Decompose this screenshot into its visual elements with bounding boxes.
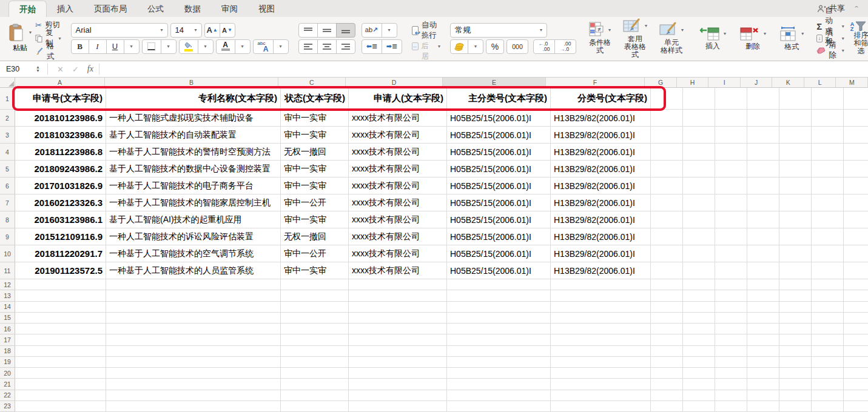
cell-L16[interactable] (812, 324, 844, 334)
cell-D17[interactable] (349, 334, 447, 345)
cell-A7[interactable]: 201602123326.3 (15, 194, 106, 211)
cell-H10[interactable] (683, 245, 715, 262)
cell-I11[interactable] (715, 262, 747, 279)
cell-G5[interactable] (651, 161, 683, 178)
cell-F12[interactable] (551, 279, 651, 290)
cell-M9[interactable] (844, 228, 868, 245)
cell-F9[interactable]: H13B29/82(2006.01)I (551, 228, 651, 245)
column-header-I[interactable]: I (708, 78, 741, 88)
cell-K9[interactable] (779, 228, 812, 245)
cell-I1[interactable] (715, 88, 747, 110)
row-header-16[interactable]: 16 (0, 324, 15, 334)
row-header-13[interactable]: 13 (0, 290, 15, 301)
cell-A16[interactable] (15, 324, 106, 334)
cell-C23[interactable] (281, 401, 349, 412)
cell-J15[interactable] (747, 313, 779, 324)
decrease-decimal-button[interactable]: .00 →.0 (554, 39, 576, 54)
row-header-21[interactable]: 21 (0, 379, 15, 390)
cell-F15[interactable] (551, 313, 651, 324)
cell-E16[interactable] (447, 324, 551, 334)
cell-B14[interactable] (106, 302, 281, 313)
clear-button[interactable]: 清除 ▾ (816, 45, 844, 56)
number-format-combo[interactable]: 常规 ▾ (450, 23, 547, 38)
cell-I5[interactable] (715, 161, 747, 178)
cell-D18[interactable] (349, 346, 447, 357)
format-cells-button[interactable]: ▾ 格式 (776, 25, 807, 51)
cell-A15[interactable] (15, 313, 106, 324)
cell-K23[interactable] (779, 401, 812, 412)
cell-B22[interactable] (106, 390, 281, 401)
cell-J12[interactable] (747, 279, 779, 290)
cell-B18[interactable] (106, 346, 281, 357)
cell-K7[interactable] (779, 194, 812, 211)
cell-L8[interactable] (812, 211, 844, 228)
collapse-ribbon-icon[interactable]: ⌃ (853, 5, 860, 12)
cell-D22[interactable] (349, 390, 447, 401)
column-header-F[interactable]: F (546, 78, 645, 88)
insert-function-icon[interactable]: fx (87, 64, 93, 74)
column-header-L[interactable]: L (804, 78, 836, 88)
cell-J8[interactable] (747, 211, 779, 228)
cell-M7[interactable] (844, 194, 868, 211)
cell-K12[interactable] (779, 279, 812, 290)
cell-B19[interactable] (106, 357, 281, 368)
cell-J17[interactable] (747, 334, 779, 345)
cell-F18[interactable] (551, 346, 651, 357)
row-header-17[interactable]: 17 (0, 334, 15, 345)
conditional-formatting-button[interactable]: ≠ ▾ 条件格式 (586, 21, 614, 55)
cell-K14[interactable] (779, 302, 812, 313)
row-header-20[interactable]: 20 (0, 368, 15, 379)
cell-B4[interactable]: 一种基于人工智能技术的警情时空预测方法 (106, 144, 281, 161)
tab-home[interactable]: 开始 (8, 1, 47, 17)
phonetic-dropdown[interactable]: ▾ (273, 39, 289, 54)
row-header-9[interactable]: 9 (0, 228, 15, 245)
cell-L15[interactable] (812, 313, 844, 324)
tab-insert[interactable]: 插入 (47, 1, 84, 17)
bold-button[interactable]: B (71, 39, 89, 54)
cell-D19[interactable] (349, 357, 447, 368)
cell-B21[interactable] (106, 379, 281, 390)
align-center-button[interactable] (317, 39, 337, 54)
cell-J6[interactable] (747, 178, 779, 194)
cell-H7[interactable] (683, 194, 715, 211)
cell-E6[interactable]: H05B25/15(2006.01)I (447, 178, 551, 194)
cell-F2[interactable]: H13B29/82(2006.01)I (551, 110, 651, 127)
cell-F7[interactable]: H13B29/82(2006.01)I (551, 194, 651, 211)
cell-A4[interactable]: 201811223986.8 (15, 144, 106, 161)
cell-F19[interactable] (551, 357, 651, 368)
cell-F23[interactable] (551, 401, 651, 412)
cell-I20[interactable] (715, 368, 747, 379)
currency-button[interactable] (450, 39, 468, 54)
cell-M5[interactable] (844, 161, 868, 178)
orientation-dropdown[interactable]: ▾ (382, 23, 397, 38)
cell-H17[interactable] (683, 334, 715, 345)
cell-H15[interactable] (683, 313, 715, 324)
cell-H21[interactable] (683, 379, 715, 390)
cell-M6[interactable] (844, 178, 868, 194)
cell-M23[interactable] (844, 401, 868, 412)
cell-H13[interactable] (683, 290, 715, 301)
merge-center-button[interactable]: ↔ 合并后居中 ▾ (412, 41, 441, 51)
cell-E11[interactable]: H05B25/15(2006.01)I (447, 262, 551, 279)
column-header-M[interactable]: M (836, 78, 868, 88)
cell-J1[interactable] (747, 88, 779, 110)
cell-A23[interactable] (15, 401, 106, 412)
cell-G8[interactable] (651, 211, 683, 228)
cell-L3[interactable] (812, 127, 844, 144)
cell-L9[interactable] (812, 228, 844, 245)
font-size-combo[interactable]: 14 ▾ (170, 23, 202, 38)
cell-F13[interactable] (551, 290, 651, 301)
column-header-E[interactable]: E (443, 78, 545, 88)
cell-M3[interactable] (844, 127, 868, 144)
column-header-G[interactable]: G (645, 78, 677, 88)
cell-D3[interactable]: xxxx技术有限公司 (349, 127, 447, 144)
cell-B20[interactable] (106, 368, 281, 379)
cell-E14[interactable] (447, 302, 551, 313)
cell-F21[interactable] (551, 379, 651, 390)
cell-H11[interactable] (683, 262, 715, 279)
cell-L5[interactable] (812, 161, 844, 178)
cell-C15[interactable] (281, 313, 349, 324)
cell-C8[interactable]: 审中一实审 (281, 211, 349, 228)
cell-K1[interactable] (779, 88, 812, 110)
cell-C2[interactable]: 审中一实审 (281, 110, 349, 127)
